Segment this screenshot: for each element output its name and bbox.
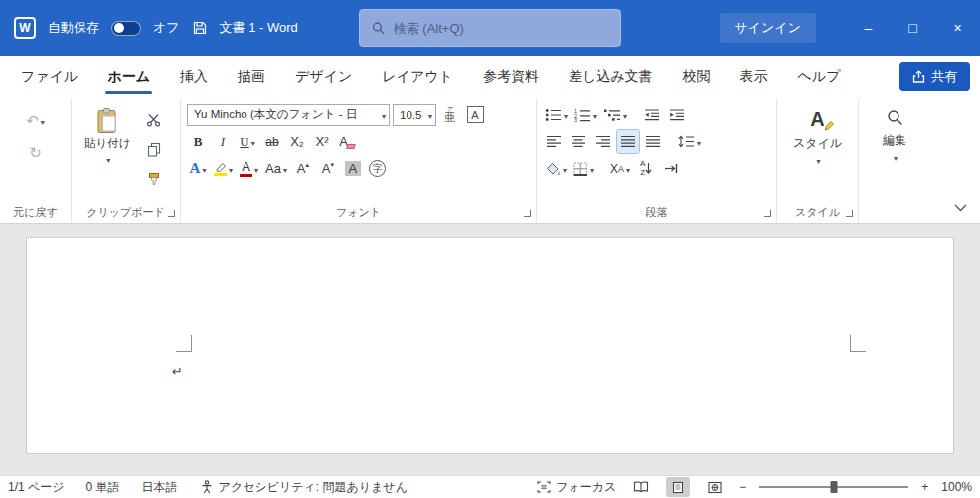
tab-file[interactable]: ファイル bbox=[6, 56, 92, 96]
autosave-state: オフ bbox=[153, 19, 180, 37]
sort-button[interactable]: AZ bbox=[635, 157, 657, 180]
numbering-button[interactable]: 123 bbox=[572, 103, 599, 126]
underline-button[interactable]: U bbox=[237, 130, 258, 153]
borders-button[interactable] bbox=[572, 157, 596, 180]
minimize-button[interactable]: – bbox=[846, 0, 891, 56]
change-case-button[interactable]: Aa bbox=[263, 157, 289, 180]
tab-draw[interactable]: 描画 bbox=[223, 56, 280, 96]
zoom-in-button[interactable]: + bbox=[921, 480, 928, 494]
font-name-value: Yu Mincho (本文のフォント - 日 bbox=[194, 107, 380, 122]
align-left-button[interactable] bbox=[543, 130, 565, 153]
accessibility-status[interactable]: アクセシビリティ: 問題ありません bbox=[200, 479, 408, 496]
svg-text:3: 3 bbox=[574, 117, 577, 122]
text-effects-button[interactable]: A bbox=[187, 157, 209, 180]
tab-help[interactable]: ヘルプ bbox=[783, 56, 856, 96]
print-layout-button[interactable] bbox=[666, 477, 690, 497]
bullets-button[interactable] bbox=[543, 103, 570, 126]
line-spacing-button[interactable] bbox=[676, 130, 703, 153]
focus-icon bbox=[537, 481, 551, 493]
distribute-button[interactable] bbox=[642, 130, 664, 153]
multilevel-list-button[interactable] bbox=[602, 103, 629, 126]
borders-icon bbox=[573, 162, 588, 176]
document-page[interactable]: ↵ bbox=[26, 237, 954, 454]
cut-button[interactable] bbox=[143, 108, 165, 131]
tab-home[interactable]: ホーム bbox=[92, 56, 165, 96]
clear-formatting-button[interactable]: A bbox=[336, 130, 358, 153]
margin-corner-mark-top-right bbox=[850, 335, 866, 352]
save-button[interactable] bbox=[192, 20, 208, 36]
grow-font-button[interactable]: A bbox=[292, 157, 314, 180]
chevron-down-icon bbox=[814, 154, 820, 166]
shrink-font-button[interactable]: A bbox=[317, 157, 339, 180]
font-row-1: Yu Mincho (本文のフォント - 日 10.5 ア亜 A bbox=[187, 103, 530, 126]
font-name-combobox[interactable]: Yu Mincho (本文のフォント - 日 bbox=[187, 104, 390, 126]
autosave-toggle[interactable] bbox=[111, 21, 141, 36]
increase-indent-button[interactable] bbox=[666, 103, 688, 126]
document-area[interactable]: ↵ bbox=[0, 224, 980, 475]
tab-references[interactable]: 参考資料 bbox=[468, 56, 554, 96]
language-indicator[interactable]: 日本語 bbox=[142, 479, 178, 496]
web-layout-button[interactable] bbox=[703, 477, 727, 497]
tab-view[interactable]: 表示 bbox=[726, 56, 783, 96]
zoom-out-button[interactable]: − bbox=[739, 480, 746, 494]
tab-mailings[interactable]: 差し込み文書 bbox=[554, 56, 668, 96]
highlight-color-button[interactable] bbox=[212, 157, 235, 180]
strikethrough-button[interactable]: ab bbox=[261, 130, 283, 153]
search-box[interactable] bbox=[359, 9, 621, 47]
zoom-slider[interactable] bbox=[759, 480, 908, 494]
chevron-down-icon bbox=[39, 113, 45, 128]
styles-button[interactable]: A スタイル bbox=[786, 105, 849, 170]
align-right-button[interactable] bbox=[592, 130, 614, 153]
enclose-with-border-button[interactable]: A bbox=[464, 103, 486, 126]
search-icon bbox=[372, 21, 385, 35]
close-button[interactable]: × bbox=[935, 0, 980, 56]
format-painter-button[interactable] bbox=[143, 168, 165, 191]
shading-button[interactable] bbox=[543, 157, 569, 180]
show-editing-marks-button[interactable] bbox=[660, 157, 682, 180]
italic-button[interactable]: I bbox=[212, 130, 234, 153]
maximize-button[interactable]: □ bbox=[891, 0, 935, 56]
undo-button[interactable]: ↶ bbox=[24, 109, 47, 132]
superscript-button[interactable]: X² bbox=[311, 130, 333, 153]
redo-button[interactable]: ↻ bbox=[25, 141, 47, 164]
bold-button[interactable]: B bbox=[187, 130, 209, 153]
clipboard-dialog-launcher[interactable] bbox=[168, 210, 175, 217]
tab-layout[interactable]: レイアウト bbox=[367, 56, 468, 96]
accessibility-icon bbox=[200, 480, 214, 494]
read-mode-button[interactable] bbox=[629, 477, 653, 497]
paragraph-row-3: XA AZ bbox=[543, 157, 770, 180]
decrease-indent-button[interactable] bbox=[641, 103, 663, 126]
numbering-icon: 123 bbox=[574, 108, 591, 122]
share-button[interactable]: 共有 bbox=[899, 62, 970, 91]
copy-button[interactable] bbox=[143, 138, 165, 161]
editing-button[interactable]: 編集 bbox=[876, 105, 913, 167]
enclose-character-button[interactable]: 字 bbox=[367, 157, 389, 180]
decrease-indent-icon bbox=[644, 108, 660, 122]
align-center-button[interactable] bbox=[568, 130, 589, 153]
justify-button[interactable] bbox=[617, 130, 639, 153]
zoom-level[interactable]: 100% bbox=[941, 480, 972, 494]
styles-dialog-launcher[interactable] bbox=[846, 210, 853, 217]
word-count[interactable]: 0 単語 bbox=[86, 479, 120, 496]
focus-mode-button[interactable]: フォーカス bbox=[537, 479, 616, 496]
search-input[interactable] bbox=[394, 21, 608, 36]
align-center-icon bbox=[571, 135, 586, 148]
tab-insert[interactable]: 挿入 bbox=[165, 56, 223, 96]
paste-button[interactable]: 貼り付け bbox=[78, 103, 138, 191]
character-shading-button[interactable]: A bbox=[342, 157, 364, 180]
signin-button[interactable]: サインイン bbox=[720, 13, 816, 43]
line-spacing-icon bbox=[678, 135, 695, 148]
subscript-button[interactable]: X₂ bbox=[286, 130, 308, 153]
phonetic-guide-button[interactable]: ア亜 bbox=[439, 103, 461, 126]
font-dialog-launcher[interactable] bbox=[524, 210, 531, 217]
page-indicator[interactable]: 1/1 ページ bbox=[8, 479, 65, 496]
paragraph-dialog-launcher[interactable] bbox=[764, 210, 771, 217]
tab-review[interactable]: 校閲 bbox=[668, 56, 726, 96]
font-size-combobox[interactable]: 10.5 bbox=[393, 104, 436, 126]
chevron-down-icon bbox=[621, 107, 627, 122]
extended-formatting-button[interactable]: XA bbox=[608, 157, 632, 180]
font-color-button[interactable]: A bbox=[238, 157, 260, 180]
tab-design[interactable]: デザイン bbox=[280, 56, 367, 96]
zoom-slider-thumb[interactable] bbox=[831, 481, 838, 493]
collapse-ribbon-button[interactable] bbox=[954, 200, 967, 215]
